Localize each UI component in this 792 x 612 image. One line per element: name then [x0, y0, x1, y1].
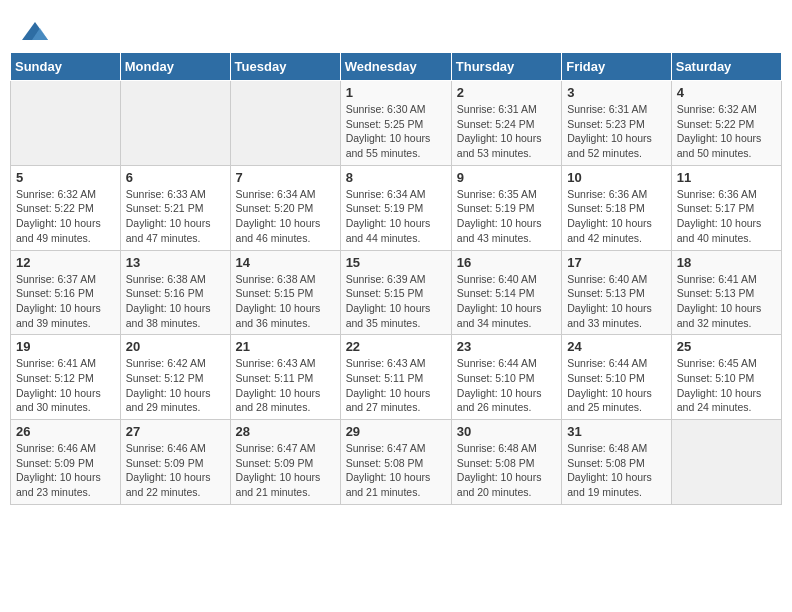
day-detail: Sunrise: 6:41 AM Sunset: 5:13 PM Dayligh…: [677, 272, 776, 331]
calendar-cell: 31Sunrise: 6:48 AM Sunset: 5:08 PM Dayli…: [562, 420, 672, 505]
calendar-cell: 24Sunrise: 6:44 AM Sunset: 5:10 PM Dayli…: [562, 335, 672, 420]
header-day-sunday: Sunday: [11, 53, 121, 81]
header-day-saturday: Saturday: [671, 53, 781, 81]
header-day-monday: Monday: [120, 53, 230, 81]
day-number: 6: [126, 170, 225, 185]
day-detail: Sunrise: 6:37 AM Sunset: 5:16 PM Dayligh…: [16, 272, 115, 331]
day-detail: Sunrise: 6:44 AM Sunset: 5:10 PM Dayligh…: [457, 356, 556, 415]
day-detail: Sunrise: 6:41 AM Sunset: 5:12 PM Dayligh…: [16, 356, 115, 415]
day-detail: Sunrise: 6:36 AM Sunset: 5:17 PM Dayligh…: [677, 187, 776, 246]
calendar-cell: 1Sunrise: 6:30 AM Sunset: 5:25 PM Daylig…: [340, 81, 451, 166]
day-number: 26: [16, 424, 115, 439]
header-row: SundayMondayTuesdayWednesdayThursdayFrid…: [11, 53, 782, 81]
day-number: 18: [677, 255, 776, 270]
calendar-cell: 18Sunrise: 6:41 AM Sunset: 5:13 PM Dayli…: [671, 250, 781, 335]
day-detail: Sunrise: 6:36 AM Sunset: 5:18 PM Dayligh…: [567, 187, 666, 246]
day-number: 24: [567, 339, 666, 354]
week-row-0: 1Sunrise: 6:30 AM Sunset: 5:25 PM Daylig…: [11, 81, 782, 166]
day-number: 13: [126, 255, 225, 270]
day-detail: Sunrise: 6:40 AM Sunset: 5:13 PM Dayligh…: [567, 272, 666, 331]
day-number: 12: [16, 255, 115, 270]
day-detail: Sunrise: 6:43 AM Sunset: 5:11 PM Dayligh…: [236, 356, 335, 415]
calendar-cell: 14Sunrise: 6:38 AM Sunset: 5:15 PM Dayli…: [230, 250, 340, 335]
day-detail: Sunrise: 6:32 AM Sunset: 5:22 PM Dayligh…: [677, 102, 776, 161]
day-number: 7: [236, 170, 335, 185]
day-number: 31: [567, 424, 666, 439]
day-number: 8: [346, 170, 446, 185]
day-number: 29: [346, 424, 446, 439]
calendar-table: SundayMondayTuesdayWednesdayThursdayFrid…: [10, 52, 782, 505]
day-detail: Sunrise: 6:40 AM Sunset: 5:14 PM Dayligh…: [457, 272, 556, 331]
day-detail: Sunrise: 6:45 AM Sunset: 5:10 PM Dayligh…: [677, 356, 776, 415]
day-detail: Sunrise: 6:32 AM Sunset: 5:22 PM Dayligh…: [16, 187, 115, 246]
calendar-cell: 15Sunrise: 6:39 AM Sunset: 5:15 PM Dayli…: [340, 250, 451, 335]
week-row-1: 5Sunrise: 6:32 AM Sunset: 5:22 PM Daylig…: [11, 165, 782, 250]
day-number: 27: [126, 424, 225, 439]
day-detail: Sunrise: 6:34 AM Sunset: 5:19 PM Dayligh…: [346, 187, 446, 246]
day-number: 9: [457, 170, 556, 185]
calendar-cell: 10Sunrise: 6:36 AM Sunset: 5:18 PM Dayli…: [562, 165, 672, 250]
calendar-cell: 3Sunrise: 6:31 AM Sunset: 5:23 PM Daylig…: [562, 81, 672, 166]
day-number: 16: [457, 255, 556, 270]
day-number: 30: [457, 424, 556, 439]
day-detail: Sunrise: 6:47 AM Sunset: 5:08 PM Dayligh…: [346, 441, 446, 500]
calendar-cell: 9Sunrise: 6:35 AM Sunset: 5:19 PM Daylig…: [451, 165, 561, 250]
day-number: 5: [16, 170, 115, 185]
day-number: 3: [567, 85, 666, 100]
calendar-cell: 8Sunrise: 6:34 AM Sunset: 5:19 PM Daylig…: [340, 165, 451, 250]
logo: [20, 18, 54, 48]
page-header: [10, 10, 782, 52]
calendar-cell: 7Sunrise: 6:34 AM Sunset: 5:20 PM Daylig…: [230, 165, 340, 250]
calendar-cell: 21Sunrise: 6:43 AM Sunset: 5:11 PM Dayli…: [230, 335, 340, 420]
header-day-thursday: Thursday: [451, 53, 561, 81]
calendar-cell: 11Sunrise: 6:36 AM Sunset: 5:17 PM Dayli…: [671, 165, 781, 250]
calendar-cell: [671, 420, 781, 505]
day-detail: Sunrise: 6:43 AM Sunset: 5:11 PM Dayligh…: [346, 356, 446, 415]
logo-icon: [20, 18, 50, 48]
calendar-cell: 20Sunrise: 6:42 AM Sunset: 5:12 PM Dayli…: [120, 335, 230, 420]
day-detail: Sunrise: 6:33 AM Sunset: 5:21 PM Dayligh…: [126, 187, 225, 246]
calendar-cell: 23Sunrise: 6:44 AM Sunset: 5:10 PM Dayli…: [451, 335, 561, 420]
week-row-3: 19Sunrise: 6:41 AM Sunset: 5:12 PM Dayli…: [11, 335, 782, 420]
day-detail: Sunrise: 6:35 AM Sunset: 5:19 PM Dayligh…: [457, 187, 556, 246]
calendar-cell: [11, 81, 121, 166]
calendar-cell: 5Sunrise: 6:32 AM Sunset: 5:22 PM Daylig…: [11, 165, 121, 250]
day-detail: Sunrise: 6:31 AM Sunset: 5:24 PM Dayligh…: [457, 102, 556, 161]
calendar-cell: 12Sunrise: 6:37 AM Sunset: 5:16 PM Dayli…: [11, 250, 121, 335]
calendar-cell: [230, 81, 340, 166]
calendar-cell: 6Sunrise: 6:33 AM Sunset: 5:21 PM Daylig…: [120, 165, 230, 250]
day-detail: Sunrise: 6:39 AM Sunset: 5:15 PM Dayligh…: [346, 272, 446, 331]
day-number: 17: [567, 255, 666, 270]
header-day-wednesday: Wednesday: [340, 53, 451, 81]
calendar-cell: 22Sunrise: 6:43 AM Sunset: 5:11 PM Dayli…: [340, 335, 451, 420]
header-day-tuesday: Tuesday: [230, 53, 340, 81]
calendar-cell: 2Sunrise: 6:31 AM Sunset: 5:24 PM Daylig…: [451, 81, 561, 166]
calendar-cell: 4Sunrise: 6:32 AM Sunset: 5:22 PM Daylig…: [671, 81, 781, 166]
day-number: 11: [677, 170, 776, 185]
calendar-cell: 17Sunrise: 6:40 AM Sunset: 5:13 PM Dayli…: [562, 250, 672, 335]
day-detail: Sunrise: 6:48 AM Sunset: 5:08 PM Dayligh…: [457, 441, 556, 500]
calendar-cell: 26Sunrise: 6:46 AM Sunset: 5:09 PM Dayli…: [11, 420, 121, 505]
calendar-cell: 30Sunrise: 6:48 AM Sunset: 5:08 PM Dayli…: [451, 420, 561, 505]
day-detail: Sunrise: 6:47 AM Sunset: 5:09 PM Dayligh…: [236, 441, 335, 500]
calendar-cell: 28Sunrise: 6:47 AM Sunset: 5:09 PM Dayli…: [230, 420, 340, 505]
day-detail: Sunrise: 6:38 AM Sunset: 5:16 PM Dayligh…: [126, 272, 225, 331]
day-number: 23: [457, 339, 556, 354]
calendar-cell: 25Sunrise: 6:45 AM Sunset: 5:10 PM Dayli…: [671, 335, 781, 420]
day-number: 1: [346, 85, 446, 100]
calendar-cell: 29Sunrise: 6:47 AM Sunset: 5:08 PM Dayli…: [340, 420, 451, 505]
day-number: 14: [236, 255, 335, 270]
calendar-cell: 16Sunrise: 6:40 AM Sunset: 5:14 PM Dayli…: [451, 250, 561, 335]
day-detail: Sunrise: 6:48 AM Sunset: 5:08 PM Dayligh…: [567, 441, 666, 500]
day-number: 28: [236, 424, 335, 439]
calendar-cell: [120, 81, 230, 166]
day-detail: Sunrise: 6:42 AM Sunset: 5:12 PM Dayligh…: [126, 356, 225, 415]
day-detail: Sunrise: 6:38 AM Sunset: 5:15 PM Dayligh…: [236, 272, 335, 331]
day-number: 10: [567, 170, 666, 185]
day-detail: Sunrise: 6:31 AM Sunset: 5:23 PM Dayligh…: [567, 102, 666, 161]
calendar-cell: 27Sunrise: 6:46 AM Sunset: 5:09 PM Dayli…: [120, 420, 230, 505]
day-number: 4: [677, 85, 776, 100]
day-detail: Sunrise: 6:44 AM Sunset: 5:10 PM Dayligh…: [567, 356, 666, 415]
day-number: 2: [457, 85, 556, 100]
day-detail: Sunrise: 6:30 AM Sunset: 5:25 PM Dayligh…: [346, 102, 446, 161]
